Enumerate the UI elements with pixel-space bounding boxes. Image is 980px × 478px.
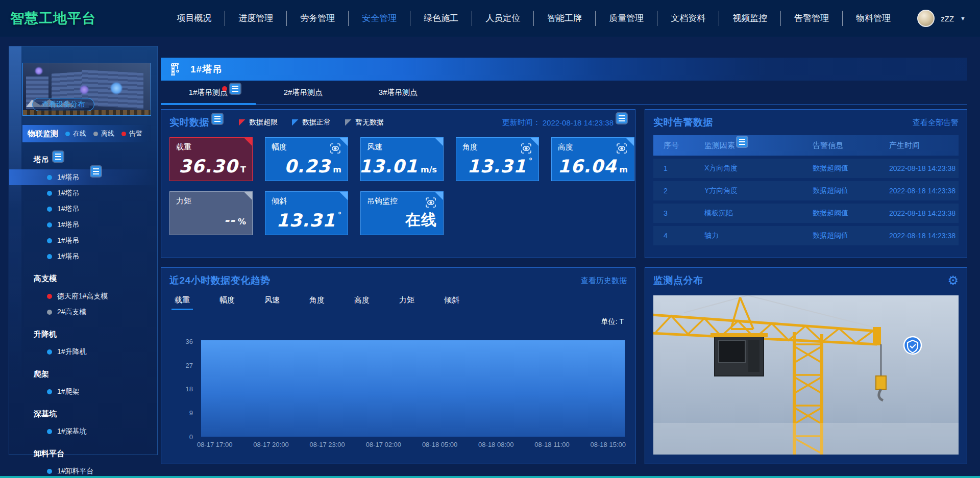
alert-row: 3模板沉陷 数据超阈值2022-08-18 14:23:38 [653,204,959,223]
nav-item-safety[interactable]: 安全管理 [349,11,410,26]
card-tilt: 倾斜 13.31° [265,191,348,235]
nav-item-labor[interactable]: 劳务管理 [287,11,349,26]
nav-item-smart-badge[interactable]: 智能工牌 [534,11,596,26]
nav-item-documents[interactable]: 文档资料 [657,11,719,26]
y-tick: 27 [186,361,193,369]
measure-point-tabs: 1#塔吊测点 2#塔吊测点 3#塔吊测点 [161,81,967,105]
status-dot [47,389,52,394]
trend-panel-title: 近24小时数据变化趋势 [169,274,271,287]
trend-tab-tilt[interactable]: 倾斜 [444,295,459,310]
monitor-point-distribution-panel: 监测点分布 ⚙ [645,267,967,464]
legend-no-data: 暂无数据 [345,118,384,127]
device-tree: 塔吊 1#塔吊 1#塔吊 1#塔吊 1#塔吊 1#塔吊 1#塔吊 高支模 德天府… [9,150,157,478]
user-menu[interactable]: zZZ ▼ [917,10,966,27]
nav-item-project-overview[interactable]: 项目概况 [163,11,225,26]
card-hook-monitor: 吊钩监控 在线 [360,191,444,235]
tree-item-hoist-1[interactable]: 1#升降机 [9,344,157,360]
list-icon [53,152,63,162]
realtime-panel-title: 实时数据 [169,116,209,129]
tree-item-tower-crane-1[interactable]: 1#塔吊 [9,169,157,185]
tree-item-formwork-1[interactable]: 德天府1#高支模 [9,288,157,304]
trend-tab-height[interactable]: 高度 [354,295,370,310]
tree-item-climbing-frame-1[interactable]: 1#爬架 [9,384,157,399]
y-tick: 18 [186,385,193,393]
y-axis: 36 27 18 9 0 [169,331,198,437]
nav-item-personnel-location[interactable]: 人员定位 [472,11,534,26]
tree-item-tower-crane-3[interactable]: 1#塔吊 [9,201,157,217]
distribution-panel-title: 监测点分布 [653,274,703,287]
view-device-distribution-button[interactable]: 查看设备分布 [32,98,94,111]
chevron-down-icon[interactable]: ▼ [960,15,966,21]
tree-item-tower-crane-6[interactable]: 1#塔吊 [9,248,157,264]
status-dot [47,191,52,196]
alarm-dot [121,132,126,136]
tab-measure-point-3[interactable]: 3#塔吊测点 [351,81,446,104]
nav-item-green-construction[interactable]: 绿色施工 [410,11,472,26]
gear-icon[interactable]: ⚙ [947,274,959,287]
device-marker-glow [80,86,88,94]
eye-monitor-icon[interactable] [616,142,628,155]
tree-item-formwork-2[interactable]: 2#高支模 [9,304,157,320]
nav-item-material[interactable]: 物料管理 [843,11,904,26]
list-icon [230,84,240,94]
eye-monitor-icon[interactable] [329,142,341,155]
smart-site-dashboard: 智慧工地平台 项目概况 进度管理 劳务管理 安全管理 绿色施工 人员定位 智能工… [0,0,980,478]
nav-item-quality[interactable]: 质量管理 [596,11,657,26]
nav-item-alarm-mgmt[interactable]: 告警管理 [781,11,843,26]
alerts-table-header: 序号 监测因素 告警信息 产生时间 [653,135,959,156]
alert-row: 4轴力 数据超阈值2022-08-18 14:23:38 [653,226,959,245]
card-height: 高度 16.04m [551,137,634,181]
footer-accent-line [0,476,980,478]
tree-item-deep-pit-1[interactable]: 1#深基坑 [9,423,157,439]
device-marker-glow [35,67,42,74]
trend-tab-amplitude[interactable]: 幅度 [219,295,235,310]
trend-tab-wind[interactable]: 风速 [264,295,280,310]
tree-group-label[interactable]: 升降机 [9,325,157,344]
view-history-link[interactable]: 查看历史数据 [581,276,627,286]
site-3d-preview: 查看设备分布 [22,63,151,116]
card-amplitude: 幅度 0.23m [265,137,348,181]
sensor-cards: 载重 36.30T 幅度 0.23m [161,135,635,235]
trend-tab-angle[interactable]: 角度 [309,295,325,310]
tree-group-label[interactable]: 爬架 [9,365,157,384]
tab-alarm-badge [222,84,240,94]
status-dot [47,238,52,243]
trend-chart: 36 27 18 9 0 [169,331,630,437]
tab-measure-point-1[interactable]: 1#塔吊测点 [161,81,256,104]
top-navbar: 智慧工地平台 项目概况 进度管理 劳务管理 安全管理 绿色施工 人员定位 智能工… [0,0,980,37]
plot-area [201,331,625,437]
view-all-alerts-link[interactable]: 查看全部告警 [913,118,959,128]
tree-group-high-formwork: 高支模 德天府1#高支模 2#高支模 [9,269,157,320]
y-tick: 0 [189,433,193,441]
y-tick: 9 [189,409,193,417]
tree-group-label[interactable]: 深基坑 [9,405,157,423]
device-marker-glow [111,83,122,94]
tree-group-label[interactable]: 卸料平台 [9,444,157,463]
tree-group-label[interactable]: 塔吊 [9,150,157,169]
y-tick: 36 [186,337,193,345]
alert-row: 2Y方向角度 数据超阈值2022-08-18 14:23:38 [653,181,959,200]
tree-item-tower-crane-4[interactable]: 1#塔吊 [9,217,157,233]
eye-monitor-icon[interactable] [520,142,532,155]
offline-dot [93,132,98,136]
card-torque: 力矩 --% [169,191,253,235]
trend-tab-torque[interactable]: 力矩 [399,295,414,310]
tree-group-label[interactable]: 高支模 [9,269,157,288]
tree-item-tower-crane-2[interactable]: 1#塔吊 [9,185,157,201]
alerts-panel-title: 实时告警数据 [653,116,713,129]
alarm-dot [222,86,227,91]
status-dot [47,429,52,434]
trend-panel: 近24小时数据变化趋势 查看历史数据 载重 幅度 风速 角度 高度 力矩 倾斜 … [161,267,635,464]
nav-menu: 项目概况 进度管理 劳务管理 安全管理 绿色施工 人员定位 智能工牌 质量管理 … [163,11,904,26]
trend-tab-load[interactable]: 载重 [175,295,190,310]
alerts-table: 序号 监测因素 告警信息 产生时间 1X方向角度 数据超阈值2022-08-18… [653,135,959,245]
app-logo: 智慧工地平台 [10,9,96,28]
tree-item-tower-crane-5[interactable]: 1#塔吊 [9,233,157,248]
avatar[interactable] [917,10,935,27]
nav-item-progress[interactable]: 进度管理 [225,11,287,26]
card-wind-speed: 风速 13.01m/s [360,137,444,181]
username: zZZ [941,14,954,23]
tab-measure-point-2[interactable]: 2#塔吊测点 [256,81,351,104]
nav-item-video-monitor[interactable]: 视频监控 [719,11,781,26]
eye-monitor-icon[interactable] [425,196,437,209]
